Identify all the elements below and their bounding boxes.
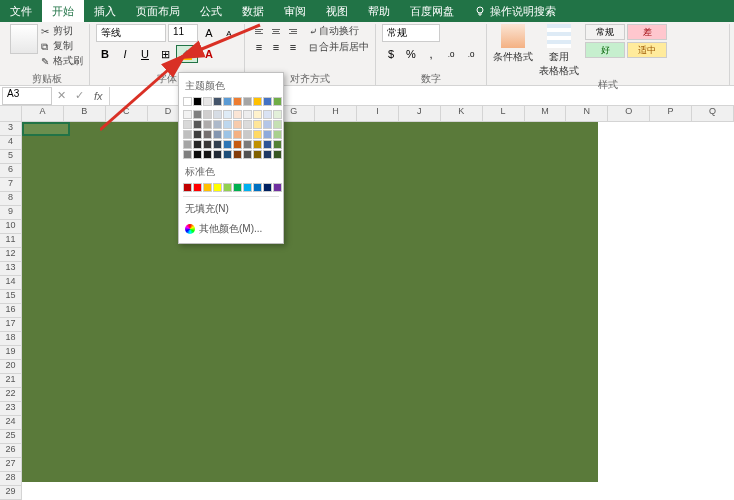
- table-format-button[interactable]: 套用 表格格式: [539, 24, 579, 78]
- swatch[interactable]: [273, 120, 282, 129]
- swatch[interactable]: [253, 130, 262, 139]
- bold-button[interactable]: B: [96, 45, 114, 63]
- enter-button[interactable]: ✓: [70, 87, 88, 105]
- row-header-26[interactable]: 26: [0, 444, 22, 458]
- swatch[interactable]: [203, 97, 212, 106]
- swatch[interactable]: [243, 110, 252, 119]
- swatch[interactable]: [193, 140, 202, 149]
- swatch[interactable]: [183, 140, 192, 149]
- row-header-5[interactable]: 5: [0, 150, 22, 164]
- swatch[interactable]: [233, 150, 242, 159]
- row-header-3[interactable]: 3: [0, 122, 22, 136]
- tab-数据[interactable]: 数据: [232, 0, 274, 22]
- paste-button[interactable]: [10, 24, 38, 54]
- style-normal[interactable]: 常规: [585, 24, 625, 40]
- swatch[interactable]: [233, 120, 242, 129]
- row-header-6[interactable]: 6: [0, 164, 22, 178]
- swatch[interactable]: [223, 97, 232, 106]
- swatch[interactable]: [273, 110, 282, 119]
- row-header-28[interactable]: 28: [0, 472, 22, 486]
- row-header-24[interactable]: 24: [0, 416, 22, 430]
- tab-百度网盘[interactable]: 百度网盘: [400, 0, 464, 22]
- row-header-19[interactable]: 19: [0, 346, 22, 360]
- col-header-O[interactable]: O: [608, 106, 650, 122]
- font-name-select[interactable]: 等线: [96, 24, 166, 42]
- swatch[interactable]: [273, 150, 282, 159]
- swatch[interactable]: [243, 120, 252, 129]
- col-header-P[interactable]: P: [650, 106, 692, 122]
- conditional-format-button[interactable]: 条件格式: [493, 24, 533, 64]
- increase-decimal-button[interactable]: .0: [442, 45, 460, 63]
- row-header-8[interactable]: 8: [0, 192, 22, 206]
- font-color-button[interactable]: A: [200, 45, 218, 63]
- no-fill-item[interactable]: 无填充(N): [183, 199, 279, 219]
- col-header-A[interactable]: A: [22, 106, 64, 122]
- swatch[interactable]: [203, 183, 212, 192]
- swatch[interactable]: [263, 97, 272, 106]
- swatch[interactable]: [253, 97, 262, 106]
- col-header-L[interactable]: L: [483, 106, 525, 122]
- swatch[interactable]: [233, 140, 242, 149]
- row-header-15[interactable]: 15: [0, 290, 22, 304]
- swatch[interactable]: [263, 120, 272, 129]
- swatch[interactable]: [233, 110, 242, 119]
- swatch[interactable]: [263, 183, 272, 192]
- currency-button[interactable]: $: [382, 45, 400, 63]
- swatch[interactable]: [213, 150, 222, 159]
- row-header-20[interactable]: 20: [0, 360, 22, 374]
- fx-icon[interactable]: fx: [88, 90, 109, 102]
- swatch[interactable]: [183, 150, 192, 159]
- col-header-B[interactable]: B: [64, 106, 106, 122]
- swatch[interactable]: [263, 150, 272, 159]
- row-header-7[interactable]: 7: [0, 178, 22, 192]
- swatch[interactable]: [223, 110, 232, 119]
- swatch[interactable]: [213, 97, 222, 106]
- col-header-J[interactable]: J: [399, 106, 441, 122]
- align-center[interactable]: ≡: [268, 40, 284, 54]
- copy-button[interactable]: ⧉复制: [41, 39, 83, 53]
- swatch[interactable]: [203, 150, 212, 159]
- row-header-4[interactable]: 4: [0, 136, 22, 150]
- row-header-14[interactable]: 14: [0, 276, 22, 290]
- swatch[interactable]: [273, 97, 282, 106]
- col-header-I[interactable]: I: [357, 106, 399, 122]
- row-header-11[interactable]: 11: [0, 234, 22, 248]
- row-header-10[interactable]: 10: [0, 220, 22, 234]
- swatch[interactable]: [223, 130, 232, 139]
- cut-button[interactable]: ✂剪切: [41, 24, 83, 38]
- swatch[interactable]: [213, 110, 222, 119]
- style-neutral[interactable]: 适中: [627, 42, 667, 58]
- row-header-18[interactable]: 18: [0, 332, 22, 346]
- wrap-text-button[interactable]: ⤶自动换行: [309, 24, 369, 38]
- row-header-27[interactable]: 27: [0, 458, 22, 472]
- swatch[interactable]: [203, 110, 212, 119]
- increase-font-button[interactable]: A: [200, 24, 218, 42]
- row-header-12[interactable]: 12: [0, 248, 22, 262]
- tab-插入[interactable]: 插入: [84, 0, 126, 22]
- swatch[interactable]: [253, 150, 262, 159]
- row-header-21[interactable]: 21: [0, 374, 22, 388]
- swatch[interactable]: [253, 110, 262, 119]
- swatch[interactable]: [193, 183, 202, 192]
- col-header-H[interactable]: H: [315, 106, 357, 122]
- style-good[interactable]: 好: [585, 42, 625, 58]
- swatch[interactable]: [253, 120, 262, 129]
- swatch[interactable]: [273, 130, 282, 139]
- swatch[interactable]: [223, 150, 232, 159]
- align-top-right[interactable]: [285, 24, 301, 38]
- swatch[interactable]: [263, 140, 272, 149]
- swatch[interactable]: [243, 97, 252, 106]
- align-top-left[interactable]: [251, 24, 267, 38]
- tab-审阅[interactable]: 审阅: [274, 0, 316, 22]
- fill-color-button[interactable]: [176, 45, 198, 63]
- row-header-13[interactable]: 13: [0, 262, 22, 276]
- swatch[interactable]: [213, 183, 222, 192]
- swatch[interactable]: [243, 130, 252, 139]
- tell-me-search[interactable]: 操作说明搜索: [474, 4, 556, 19]
- row-header-17[interactable]: 17: [0, 318, 22, 332]
- decrease-decimal-button[interactable]: .0: [462, 45, 480, 63]
- merge-center-button[interactable]: ⊟合并后居中: [309, 40, 369, 54]
- swatch[interactable]: [183, 183, 192, 192]
- percent-button[interactable]: %: [402, 45, 420, 63]
- swatch[interactable]: [263, 110, 272, 119]
